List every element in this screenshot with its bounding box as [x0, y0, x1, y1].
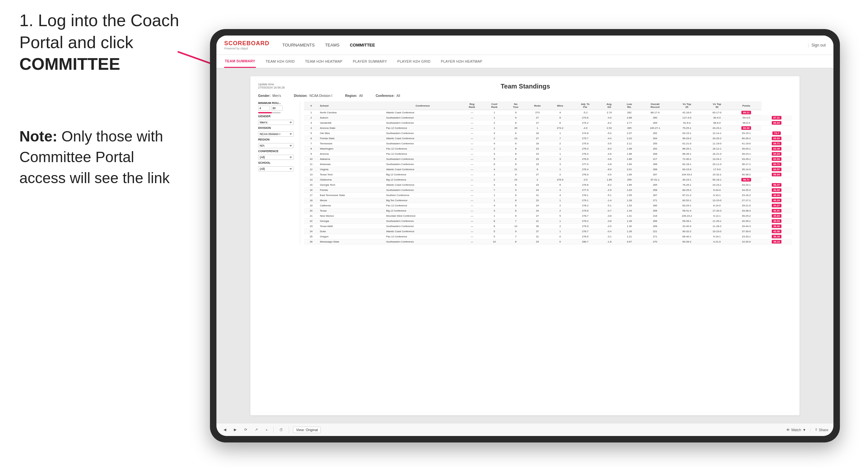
- cell-data: 10-30-0: [731, 239, 762, 245]
- cell-school[interactable]: Texas: [318, 208, 384, 214]
- cell-data: 10-23-0: [703, 229, 731, 234]
- toolbar-reload-btn[interactable]: ⟳: [242, 427, 249, 433]
- cell-school[interactable]: Illinois: [318, 198, 384, 203]
- cell-data: —: [461, 172, 483, 177]
- table-row: 4Arizona StatePac-12 Conference—1261274.…: [304, 126, 792, 131]
- min-rou-max-input[interactable]: [271, 105, 283, 111]
- cell-school[interactable]: East Tennessee State: [318, 193, 384, 198]
- school-select[interactable]: (All): [258, 166, 293, 172]
- cell-data: 268: [639, 162, 671, 167]
- share-icon: ⇧: [815, 428, 817, 432]
- table-row: 13Texas TechBig 12 Conference—19272276.9…: [304, 172, 792, 177]
- region-select[interactable]: N/A: [258, 143, 293, 148]
- col-low-rd: LowRd.: [620, 101, 639, 110]
- cell-school[interactable]: Georgia Tech: [318, 183, 384, 188]
- toolbar-add-btn[interactable]: +: [264, 427, 270, 433]
- cell-school[interactable]: Auburn: [318, 115, 384, 121]
- step-text: 1. Log into the Coach Portal and click C…: [20, 10, 207, 75]
- cell-data: 33-25-2: [703, 136, 731, 141]
- cell-school[interactable]: California: [318, 203, 384, 208]
- cell-data: 1.98: [620, 152, 639, 157]
- sub-nav-player-summary[interactable]: PLAYER SUMMARY: [352, 55, 388, 68]
- sign-out-link[interactable]: Sign out: [811, 43, 826, 48]
- cell-school[interactable]: Arizona State: [318, 126, 384, 131]
- watch-btn[interactable]: 👁 Watch ▼: [786, 428, 806, 432]
- filter-region: Region: All: [345, 94, 363, 97]
- cell-points: 60.71: [762, 162, 792, 167]
- cell-data: -3.5: [571, 177, 599, 183]
- cell-school[interactable]: Oregon: [318, 234, 384, 239]
- region-control-label: Region: [258, 138, 295, 141]
- sub-nav-team-h2h-grid[interactable]: TEAM H2H GRID: [265, 55, 295, 68]
- toolbar-clock-btn[interactable]: ⏱: [278, 427, 285, 433]
- cell-data: 1: [483, 110, 505, 115]
- cell-school[interactable]: Vanderbilt: [318, 121, 384, 126]
- table-row: 8WashingtonPac-12 Conference—28231276.3-…: [304, 146, 792, 152]
- cell-data: 278.1: [571, 193, 599, 198]
- cell-data: -3.8: [599, 219, 619, 224]
- nav-tournaments[interactable]: TOURNAMENTS: [282, 41, 315, 49]
- cell-school[interactable]: Duke: [318, 229, 384, 234]
- cell-conference: Big 12 Conference: [385, 172, 461, 177]
- cell-data: 29-15-1: [731, 131, 762, 136]
- cell-data: 2: [526, 177, 549, 183]
- cell-data: 27: [526, 172, 549, 177]
- share-btn[interactable]: ⇧ Share: [815, 428, 828, 432]
- cell-school[interactable]: Florida: [318, 188, 384, 193]
- cell-school[interactable]: Oklahoma: [318, 177, 384, 183]
- sub-nav-team-summary[interactable]: TEAM SUMMARY: [224, 55, 256, 68]
- cell-data: 18: [526, 141, 549, 146]
- cell-data: —: [461, 131, 483, 136]
- cell-data: —: [461, 208, 483, 214]
- cell-data: 1: [526, 126, 549, 131]
- cell-data: 9: [505, 172, 526, 177]
- table-row: 25OregonPac-12 Conference—57210278.5-3.1…: [304, 234, 792, 239]
- nav-committee[interactable]: COMMITTEE: [350, 41, 375, 49]
- cell-school[interactable]: Tennessee: [318, 141, 384, 146]
- cell-school[interactable]: Georgia: [318, 219, 384, 224]
- cell-data: 5: [549, 214, 571, 219]
- table-body: 1North CarolinaAtlantic Coast Conference…: [304, 110, 792, 245]
- cell-data: 3: [549, 162, 571, 167]
- cell-school[interactable]: Texas A&M: [318, 224, 384, 229]
- toolbar-view-original-btn[interactable]: View: Original: [293, 427, 321, 433]
- gender-select[interactable]: Men's: [258, 120, 293, 125]
- cell-school[interactable]: Texas Tech: [318, 172, 384, 177]
- cell-data: -1.8: [599, 239, 619, 245]
- cell-data: -6.0: [599, 167, 619, 172]
- cell-school[interactable]: Arkansas: [318, 162, 384, 167]
- cell-school[interactable]: Florida State: [318, 136, 384, 141]
- cell-data: 8: [505, 162, 526, 167]
- toolbar-share-small-btn[interactable]: ↗: [253, 427, 260, 433]
- toolbar-forward-btn[interactable]: ▶: [232, 427, 239, 433]
- cell-school[interactable]: Arizona: [318, 152, 384, 157]
- sub-nav-team-h2h-heatmap[interactable]: TEAM H2H HEATMAP: [304, 55, 343, 68]
- min-rou-min-input[interactable]: [258, 105, 270, 111]
- cell-school[interactable]: North Carolina: [318, 110, 384, 115]
- cell-school[interactable]: Mississippi State: [318, 239, 384, 245]
- cell-school[interactable]: Washington: [318, 146, 384, 152]
- cell-data: 5: [483, 229, 505, 234]
- sub-nav-player-h2h-grid[interactable]: PLAYER H2H GRID: [397, 55, 431, 68]
- conference-select[interactable]: (All): [258, 155, 293, 160]
- cell-data: 33-29-1: [731, 157, 762, 162]
- cell-school[interactable]: Ole Miss: [318, 131, 384, 136]
- cell-school[interactable]: Virginia: [318, 167, 384, 172]
- cell-data: -2.0: [599, 224, 619, 229]
- cell-data: 278.2: [571, 203, 599, 208]
- school-control-label: School: [258, 161, 295, 164]
- slider-track[interactable]: [258, 112, 281, 113]
- cell-data: 8: [505, 208, 526, 214]
- cell-data: 9: [505, 115, 526, 121]
- cell-school[interactable]: New Mexico: [318, 214, 384, 219]
- cell-data: 279.8: [571, 208, 599, 214]
- control-min-rou-label: Minimum Rou...: [258, 101, 295, 105]
- toolbar-back-btn[interactable]: ◀: [222, 427, 228, 433]
- division-select[interactable]: NCAA Division I: [258, 131, 293, 136]
- cell-data: 24: [526, 208, 549, 214]
- cell-school[interactable]: Alabama: [318, 157, 384, 162]
- cell-data: 2: [549, 208, 571, 214]
- sub-nav-player-h2h-heatmap[interactable]: PLAYER H2H HEATMAP: [440, 55, 483, 68]
- nav-teams[interactable]: TEAMS: [325, 41, 340, 49]
- cell-data: -3.6: [599, 157, 619, 162]
